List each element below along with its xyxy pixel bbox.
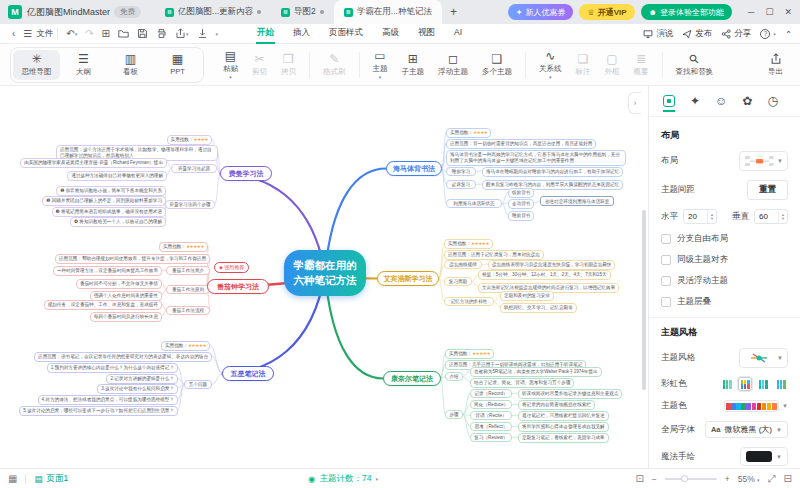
subtopic-t8[interactable]: 番茄工作法流程 <box>166 306 210 315</box>
locate-center-icon[interactable]: ⊡ <box>635 473 643 484</box>
checkbox[interactable] <box>661 297 671 307</box>
stepper-arrows[interactable]: ▲▼ <box>778 210 787 223</box>
copy-button[interactable]: ❐拷贝 <box>274 51 303 79</box>
theme-color-strip[interactable] <box>724 400 779 412</box>
help-button[interactable]: ?▾ <box>760 29 776 39</box>
subtopic-k1[interactable]: 实用指数：★★★★★ <box>445 349 494 359</box>
subtopic-m12[interactable]: 创造特定环境利用海马体活跃度 <box>540 196 614 206</box>
panel-tab-sticker-icon[interactable]: ☺ <box>715 94 727 111</box>
branch-topic-b1[interactable]: 费曼学习法 <box>220 166 272 181</box>
subtopic-k3[interactable]: 介绍 <box>445 372 463 381</box>
subtopic-k8[interactable]: 听课或阅读时尽量多地记录关键信息和主要观点 <box>518 389 622 399</box>
subtopic-k14[interactable]: 将所学所感和心得体会整理形成自我见解 <box>518 422 609 432</box>
checkbox[interactable] <box>661 255 671 265</box>
fullscreen-icon[interactable]: ⤢ <box>768 473 776 485</box>
subtopic-w3[interactable]: 五个问题 <box>184 380 212 389</box>
coupon-pill[interactable]: ✦新人优惠券 <box>508 4 574 20</box>
subtopic-m8[interactable]: 利用海马体活跃状态 <box>446 199 502 208</box>
undo-icon[interactable]: ↶▾ <box>66 28 77 39</box>
relation-line-button[interactable]: ∿关系线▾ <box>532 48 569 81</box>
subtopic-k4[interactable]: 也被称为5R笔记法，由康奈尔大学Walter Pauk于1974年提出 <box>470 367 602 377</box>
panel-tab-history-clock-icon[interactable]: ◷ <box>767 94 777 111</box>
present-button[interactable]: 演说 <box>643 28 673 40</box>
tab-advanced[interactable]: 高级 <box>381 24 400 44</box>
subtopic-a6[interactable]: 根据：5分钟、30分钟、12小时、1天、2天、4天、7天和15天 <box>478 270 611 280</box>
subtopic-f7[interactable]: ❶ 假装将知识教给小孩，简单写下基本概念和关系 <box>56 186 166 196</box>
subtopic-k13[interactable]: 思考（Reflect） <box>470 422 512 431</box>
open-folder-icon[interactable] <box>118 28 129 39</box>
subtopic-a3[interactable]: 遗忘曲线规律 <box>444 260 482 269</box>
callout-button[interactable]: ❏标注 <box>569 51 598 79</box>
pages-grid-icon[interactable]: ▦ <box>8 473 17 484</box>
share-button[interactable]: 分享 <box>721 28 751 40</box>
panel-collapse-handle[interactable]: › <box>628 92 641 114</box>
check-topic-overlap[interactable]: 主题层叠 <box>661 296 788 308</box>
subtopic-k15[interactable]: 复习（Review） <box>470 433 512 442</box>
subtopic-m10[interactable]: 走动背书 <box>508 199 534 209</box>
rainbow-option-3[interactable] <box>756 377 770 391</box>
subtopic-k9[interactable]: 简化（Reduce） <box>470 400 512 409</box>
theme-style-dropdown[interactable]: ▼ <box>739 348 788 368</box>
back-icon[interactable]: ‹ <box>12 28 15 39</box>
subtopic-button[interactable]: ⊞子主题 <box>395 51 432 79</box>
subtopic-a4[interactable]: 遗忘曲线表明学习后遗忘速度先快后慢，学习初期遗忘最快 <box>488 260 615 270</box>
mode-mindmap[interactable]: ✳思维导图 <box>13 50 60 80</box>
save-icon[interactable] <box>137 28 148 39</box>
paste-button[interactable]: ▤粘贴▾ <box>216 48 245 81</box>
collapse-ribbon-icon[interactable]: ⌃ <box>785 29 792 39</box>
stepper-arrows[interactable]: ▲▼ <box>707 210 716 223</box>
zoom-level[interactable]: 55% ▾ <box>738 474 760 484</box>
mode-outline[interactable]: ☰大纲 <box>60 50 107 80</box>
tab-page-style[interactable]: 页面样式 <box>328 24 364 44</box>
mode-ppt[interactable]: ▦PPT <box>154 50 201 80</box>
tab-insert[interactable]: 插入 <box>292 24 311 44</box>
horizontal-stepper[interactable]: 20▲▼ <box>683 209 717 224</box>
subtopic-t1[interactable]: 实用指数：★★★★★ <box>159 242 208 252</box>
subtopic-a1[interactable]: 实用指数：★★★★★ <box>444 239 493 249</box>
subtopic-f8[interactable]: ❷ 回顾并发现自己理解上的不足，回到原始材料重新学习 <box>42 196 166 206</box>
subtopic-a5[interactable]: 复习周期 <box>444 277 472 286</box>
subtopic-f1[interactable]: 实用指数：★★★★ <box>167 135 212 145</box>
fit-page-icon[interactable]: ⊟ <box>784 473 792 484</box>
subtopic-t4[interactable]: 一种时间管理方法，设定番茄时间来提高工作效率 <box>53 266 162 276</box>
tab-ai[interactable]: AI <box>453 24 463 44</box>
topic-count[interactable]: ◉ 主题计数：74 ▾ <box>308 469 378 488</box>
subtopic-m11[interactable]: 睡前背书 <box>508 211 534 221</box>
subtopic-w2[interactable]: 适用范围：读书笔记，会议记录等任何的想要研究对方的表达逻辑、表达内容的场合 <box>34 352 212 362</box>
zoom-in-button[interactable]: + <box>725 474 730 484</box>
close-button[interactable]: ✕ <box>784 7 792 17</box>
canvas-scrollbar[interactable] <box>641 86 647 468</box>
summary-button[interactable]: ≣概要 <box>627 51 656 79</box>
subtopic-m1[interactable]: 实用指数：★★★★ <box>446 128 491 138</box>
floating-topic-button[interactable]: ◻浮动主题 <box>431 51 475 79</box>
file-menu[interactable]: 文件 <box>36 28 53 40</box>
zoom-out-button[interactable]: − <box>652 474 657 484</box>
check-sibling-align[interactable]: 同级主题对齐 <box>661 254 788 266</box>
panel-tab-ai-sparkle-icon[interactable]: ✦ <box>690 94 700 111</box>
checkbox[interactable] <box>661 234 671 244</box>
subtopic-t3[interactable]: 番茄工作法简介 <box>166 266 210 275</box>
subtopic-f4[interactable]: 由美国的物理学家及诺奖得主理查德·费曼（Richard Feynman）提出 <box>20 158 167 168</box>
subtopic-f5[interactable]: 通过这种方法确保自己对事物有更深入的理解 <box>67 171 167 181</box>
mode-board[interactable]: ▥看板 <box>107 50 154 80</box>
subtopic-w1[interactable]: 实用指数：★★★★★ <box>161 341 210 351</box>
check-branch-free-layout[interactable]: 分支自由布局 <box>661 233 788 245</box>
branch-topic-b5[interactable]: 五星笔记法 <box>222 366 274 381</box>
doc-tab-1[interactable]: ≣ 亿图脑图...更新内容 <box>155 0 271 24</box>
redo-icon[interactable]: ↷ <box>85 28 93 39</box>
tab-view[interactable]: 视图 <box>417 24 436 44</box>
format-painter-button[interactable]: ✎格式刷 <box>316 51 353 79</box>
subtopic-k16[interactable]: 定期复习笔记，看线索栏，巩固学习成果 <box>518 433 609 443</box>
hamburger-menu-icon[interactable]: ☰ <box>23 28 32 39</box>
branch-topic-b2[interactable]: 海马体背书法 <box>386 161 442 176</box>
boundary-button[interactable]: ▢外框 <box>598 51 627 79</box>
magic-handdrawn-dropdown[interactable]: ▼ <box>740 447 788 466</box>
new-page-icon[interactable]: ⊞ <box>102 28 110 39</box>
check-flexible-floating[interactable]: 灵活浮动主题 <box>661 275 788 287</box>
rainbow-option-2[interactable] <box>738 377 752 391</box>
topic-button[interactable]: ▭主题▾ <box>366 48 395 81</box>
multi-topic-button[interactable]: ❑多个主题 <box>475 51 519 79</box>
doc-tab-2[interactable]: ≣ 导图2 <box>271 0 334 24</box>
find-replace-button[interactable]: ⚲查找和替换 <box>669 51 721 79</box>
layout-dropdown[interactable]: ▼ <box>739 151 788 171</box>
